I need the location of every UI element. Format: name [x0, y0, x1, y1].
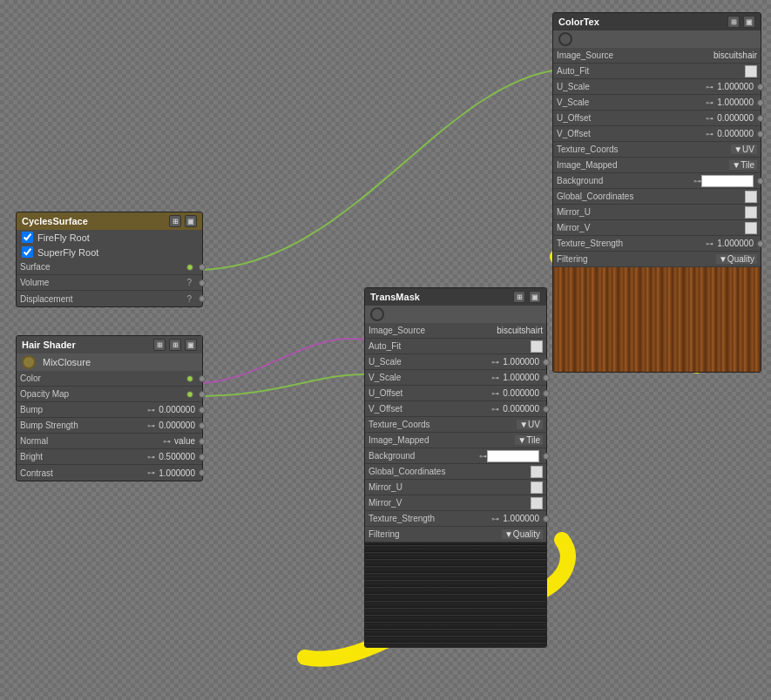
transmask-autofit-label: Auto_Fit — [369, 341, 527, 351]
transmask-uscale-label: U_Scale — [369, 357, 491, 367]
transmask-imagemapped-value[interactable]: ▼Tile — [515, 435, 543, 445]
hair-opacity-socket[interactable] — [186, 391, 193, 398]
transmask-autofit-checkbox[interactable] — [531, 340, 543, 353]
transmask-vscale-label: V_Scale — [369, 373, 491, 382]
hair-normal-label: Normal — [20, 436, 163, 446]
transmask-uoffset-socket[interactable] — [543, 390, 550, 397]
colortex-icon-1[interactable]: ⊞ — [727, 16, 740, 28]
colortex-ts-socket[interactable] — [757, 240, 764, 247]
colortex-uoffset-value: 0.000000 — [717, 113, 754, 123]
colortex-texstrength-row: Texture_Strength ⊶ 1.000000 — [553, 236, 761, 252]
hair-header-icons: ⊞ ⊞ ▣ — [153, 339, 197, 351]
colortex-mirrorv-row: Mirror_V — [553, 220, 761, 236]
transmask-texstrength-value: 1.000000 — [503, 514, 539, 523]
hair-icon-3[interactable]: ▣ — [185, 339, 197, 351]
transmask-voffset-socket[interactable] — [543, 406, 550, 413]
colortex-vscale-label: V_Scale — [557, 98, 706, 107]
hair-bright-socket[interactable] — [199, 454, 206, 461]
transmask-mirroru-checkbox[interactable] — [531, 481, 543, 494]
colortex-auto-fit-checkbox[interactable] — [745, 65, 757, 77]
colortex-uoffset-socket[interactable] — [757, 115, 764, 122]
cycles-displacement-label: Displacement — [20, 294, 183, 304]
hair-opacity-output-socket[interactable] — [199, 391, 206, 398]
hair-title: Hair Shader — [22, 340, 76, 350]
transmask-texcoords-value[interactable]: ▼UV — [517, 420, 543, 429]
hair-header: Hair Shader ⊞ ⊞ ▣ — [17, 336, 202, 353]
transmask-texcoords-label: Texture_Coords — [369, 420, 513, 429]
cycles-firefly-row: FireFly Root — [17, 230, 202, 245]
colortex-voffset-connect: ⊶ — [706, 130, 714, 138]
hair-shader-node: Hair Shader ⊞ ⊞ ▣ MixClosure Color Opaci… — [16, 335, 203, 481]
transmask-voffset-row: V_Offset ⊶ 0.000000 — [365, 401, 546, 417]
colortex-uscale-label: U_Scale — [557, 82, 706, 91]
transmask-icon-1[interactable]: ⊞ — [513, 291, 525, 303]
cycles-surface-output-socket[interactable] — [199, 264, 206, 271]
colortex-title: ColorTex — [558, 17, 599, 27]
hair-icon-1[interactable]: ⊞ — [153, 339, 166, 351]
hair-bumpstr-socket[interactable] — [199, 422, 206, 429]
colortex-filtering-value[interactable]: ▼Quality — [716, 254, 757, 264]
hair-mix-label: MixClosure — [43, 357, 91, 367]
colortex-background-label: Background — [557, 176, 693, 185]
transmask-filtering-value[interactable]: ▼Quality — [502, 529, 543, 539]
cycles-volume-socket[interactable] — [199, 279, 206, 286]
hair-contrast-label: Contrast — [20, 468, 147, 478]
hair-normal-value: value — [174, 436, 195, 446]
hair-normal-socket[interactable] — [199, 438, 206, 445]
colortex-uscale-socket[interactable] — [757, 84, 764, 91]
transmask-voffset-value: 0.000000 — [503, 404, 539, 414]
transmask-background-field[interactable] — [487, 450, 539, 462]
colortex-globalcoords-checkbox[interactable] — [745, 191, 757, 203]
colortex-vscale-socket[interactable] — [757, 99, 764, 106]
cycles-firefly-checkbox[interactable] — [22, 232, 33, 243]
cycles-displacement-socket[interactable] — [199, 295, 206, 302]
colortex-texcoords-row: Texture_Coords ▼UV — [553, 142, 761, 158]
colortex-texcoords-value[interactable]: ▼UV — [731, 145, 757, 154]
colortex-vscale-value: 1.000000 — [717, 98, 754, 107]
transmask-mirrorv-checkbox[interactable] — [531, 497, 543, 509]
transmask-texstrength-row: Texture_Strength ⊶ 1.000000 — [365, 511, 546, 527]
colortex-texstrength-label: Texture_Strength — [557, 239, 706, 248]
transmask-texstrength-label: Texture_Strength — [369, 514, 491, 523]
colortex-voffset-socket[interactable] — [757, 131, 764, 138]
colortex-mirroru-label: Mirror_U — [557, 207, 741, 217]
hair-opacity-label: Opacity Map — [20, 389, 186, 399]
transmask-bg-socket[interactable] — [543, 453, 550, 460]
transmask-background-row: Background ⊶ — [365, 448, 546, 464]
transmask-mirroru-row: Mirror_U — [365, 480, 546, 495]
hair-color-label: Color — [20, 374, 186, 383]
hair-contrast-value: 1.000000 — [159, 468, 195, 478]
colortex-voffset-value: 0.000000 — [717, 129, 754, 138]
hair-bright-label: Bright — [20, 452, 147, 461]
cycles-icon-1[interactable]: ⊞ — [169, 215, 181, 227]
colortex-background-field[interactable] — [701, 175, 754, 187]
colortex-bg-socket[interactable] — [757, 178, 764, 185]
transmask-globalcoords-row: Global_Coordinates — [365, 464, 546, 480]
colortex-texcoords-label: Texture_Coords — [557, 145, 727, 154]
colortex-icon-2[interactable]: ▣ — [743, 16, 755, 28]
transmask-icon-2[interactable]: ▣ — [529, 291, 541, 303]
transmask-ts-socket[interactable] — [543, 515, 550, 522]
cycles-superfly-checkbox[interactable] — [22, 246, 33, 258]
cycles-icon-2[interactable]: ▣ — [185, 215, 197, 227]
hair-bump-socket[interactable] — [199, 407, 206, 414]
transmask-imgsrc-label: Image_Source — [369, 326, 493, 335]
hair-color-output-socket[interactable] — [199, 375, 206, 382]
colortex-imagemapped-value[interactable]: ▼Tile — [729, 160, 757, 170]
transmask-vscale-socket[interactable] — [543, 374, 550, 381]
colortex-auto-fit-row: Auto_Fit — [553, 64, 761, 79]
colortex-imagemapped-row: Image_Mapped ▼Tile — [553, 158, 761, 173]
transmask-globalcoords-checkbox[interactable] — [531, 466, 543, 478]
transmask-uscale-socket[interactable] — [543, 359, 550, 366]
hair-contrast-socket[interactable] — [199, 469, 206, 476]
colortex-texstrength-value: 1.000000 — [717, 239, 754, 248]
colortex-filtering-label: Filtering — [557, 254, 713, 264]
colortex-mirroru-checkbox[interactable] — [745, 206, 757, 219]
hair-icon-2[interactable]: ⊞ — [169, 339, 181, 351]
colortex-mirrorv-checkbox[interactable] — [745, 222, 757, 234]
transmask-subheader — [365, 306, 546, 323]
cycles-surface-socket[interactable] — [186, 264, 193, 271]
hair-color-socket[interactable] — [186, 375, 193, 382]
transmask-node: TransMask ⊞ ▣ Image_Source biscuitshairt… — [364, 287, 547, 648]
hair-bump-value: 0.000000 — [159, 405, 195, 414]
